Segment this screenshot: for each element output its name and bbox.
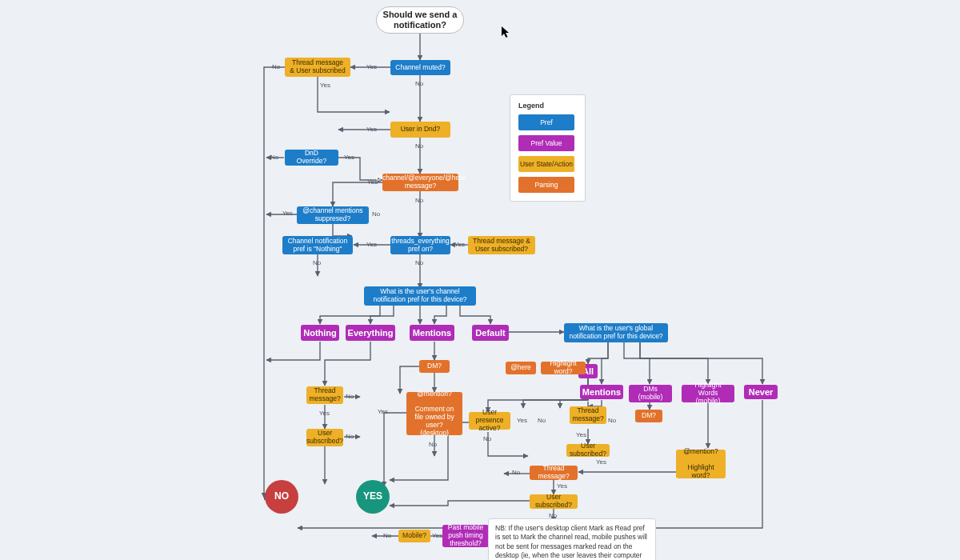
edge-label: Yes: [319, 410, 330, 417]
edge-label: Yes: [282, 210, 293, 217]
edge-label: No: [415, 259, 423, 266]
legend-swatch-parsing: Parsing: [518, 177, 574, 193]
edge-label: Yes: [366, 126, 377, 133]
edge-label: No: [372, 210, 380, 218]
edge-label: No: [512, 469, 520, 476]
diagram-canvas: { "title": "Should we send a notificatio…: [0, 0, 960, 560]
node-dm-mobile: DM?: [635, 410, 662, 422]
legend-swatch-pref-value: Pref Value: [518, 135, 574, 151]
value-nothing: Nothing: [301, 325, 339, 341]
node-global-pref-device: What is the user's global notification p…: [564, 323, 668, 342]
edge-label: No: [538, 417, 546, 424]
mouse-cursor-icon: [502, 26, 511, 39]
node-mobile: Mobile?: [398, 530, 430, 542]
node-dm: DM?: [419, 360, 450, 373]
node-at-channel-message: @channel/@everyone/@here message?: [382, 174, 458, 191]
legend-swatch-user-state: User State/Action: [518, 156, 574, 172]
edge-label: No: [383, 532, 391, 539]
node-user-subscribed-left: User subscribed?: [306, 429, 343, 446]
node-thread-message-left: Thread message?: [306, 386, 343, 404]
edge-label: Yes: [596, 458, 606, 466]
node-thread-subscribed-top: Thread message & User subscribed: [285, 58, 350, 77]
node-past-mobile-threshold: Past mobile push timing threshold?: [442, 525, 489, 547]
edge-label: No: [415, 197, 423, 204]
node-channel-pref-device: What is the user's channel notification …: [364, 286, 476, 306]
edge-label: No: [272, 63, 280, 70]
value-mentions-channel: Mentions: [410, 325, 454, 341]
node-thread-message-right: Thread message?: [570, 406, 606, 424]
value-never: Never: [744, 385, 778, 399]
edge-label: Yes: [454, 241, 465, 248]
node-threads-everything: threads_everything pref on?: [390, 236, 450, 254]
value-everything: Everything: [346, 325, 395, 341]
value-dms-mobile: DMs (mobile): [629, 385, 672, 402]
terminal-no: NO: [265, 480, 298, 514]
edge-label: No: [429, 441, 437, 448]
value-default: Default: [472, 325, 509, 341]
edge-label: No: [313, 259, 321, 266]
connectors: [0, 0, 960, 560]
legend-swatch-pref: Pref: [518, 114, 574, 130]
edge-label: Yes: [432, 532, 442, 539]
edge-label: Yes: [557, 482, 567, 490]
edge-label: Yes: [367, 178, 378, 186]
node-user-subscribed-center: User subscribed?: [530, 494, 578, 509]
edge-label: Yes: [517, 417, 527, 424]
edge-label: Yes: [576, 431, 586, 438]
edge-label: No: [483, 435, 491, 442]
node-highlight-word: Highlight word?: [541, 362, 586, 374]
terminal-yes: YES: [356, 480, 390, 514]
edge-label: No: [346, 433, 354, 440]
footnote: NB: If the user's desktop client Mark as…: [488, 518, 656, 560]
edge-label: No: [346, 393, 354, 400]
edge-label: No: [270, 154, 278, 161]
start-label: Should we send a notification?: [382, 10, 458, 30]
edge-label: No: [415, 80, 423, 87]
value-highlight-words-mobile: Highlight Words (mobile): [682, 385, 734, 402]
value-mentions-global: Mentions: [580, 385, 623, 399]
edge-label: Yes: [344, 154, 354, 161]
edge-label: Yes: [366, 241, 377, 248]
legend: Legend Pref Pref Value User State/Action…: [510, 94, 586, 202]
node-dnd-override: DnD Override?: [285, 150, 338, 166]
node-user-subscribed-right: User subscribed?: [566, 444, 610, 457]
node-at-mention-highlight-word: @mention? Highlight word?: [676, 450, 726, 478]
node-at-mention-comment: @mention? Comment on file owned by user?…: [406, 392, 462, 435]
legend-title: Legend: [518, 102, 577, 110]
edge-label: No: [415, 142, 423, 150]
node-channel-pref-nothing: Channel notification pref is "Nothing": [282, 236, 353, 254]
edge-label: Yes: [378, 408, 388, 415]
node-thread-message-center: Thread message?: [530, 466, 578, 480]
start-node: Should we send a notification?: [376, 6, 464, 34]
edge-label: No: [608, 417, 616, 424]
node-at-channel-suppressed: @channel mentions suppresed?: [297, 206, 369, 224]
edge-label: Yes: [366, 63, 377, 70]
node-channel-muted: Channel muted?: [390, 60, 450, 75]
node-at-here: @here: [506, 362, 536, 374]
node-thread-subscribed-mid: Thread message & User subscribed?: [468, 236, 535, 254]
edge-label: Yes: [320, 82, 330, 89]
node-user-presence-active: User presence active?: [469, 412, 510, 430]
node-user-in-dnd: User in Dnd?: [390, 122, 450, 138]
